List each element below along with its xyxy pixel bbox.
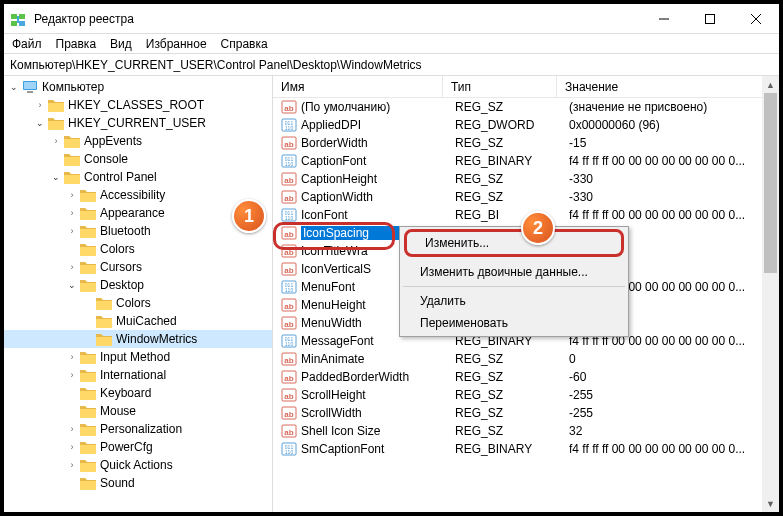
list-row[interactable]: abPaddedBorderWidthREG_SZ-60 xyxy=(273,368,779,386)
svg-rect-6 xyxy=(706,14,715,23)
minimize-button[interactable] xyxy=(641,4,687,33)
tree-item[interactable]: Console xyxy=(4,150,272,168)
tree-item[interactable]: ⌄Desktop xyxy=(4,276,272,294)
svg-text:ab: ab xyxy=(284,320,293,329)
svg-rect-1 xyxy=(19,14,25,19)
svg-text:ab: ab xyxy=(284,194,293,203)
tree-item[interactable]: ›PowerCfg xyxy=(4,438,272,456)
context-menu: Изменить... Изменить двоичные данные... … xyxy=(399,226,629,337)
svg-text:ab: ab xyxy=(284,230,293,239)
col-name[interactable]: Имя xyxy=(273,76,443,97)
list-row[interactable]: abCaptionWidthREG_SZ-330 xyxy=(273,188,779,206)
ctxmenu-modify-binary[interactable]: Изменить двоичные данные... xyxy=(402,261,626,283)
menu-file[interactable]: Файл xyxy=(12,37,42,51)
scroll-down-icon[interactable]: ▼ xyxy=(762,495,779,512)
list-row[interactable]: abBorderWidthREG_SZ-15 xyxy=(273,134,779,152)
tree-item[interactable]: ›Input Method xyxy=(4,348,272,366)
svg-text:ab: ab xyxy=(284,374,293,383)
tree-item[interactable]: ›AppEvents xyxy=(4,132,272,150)
svg-text:ab: ab xyxy=(284,140,293,149)
svg-rect-2 xyxy=(11,21,17,26)
close-button[interactable] xyxy=(733,4,779,33)
scroll-thumb[interactable] xyxy=(764,93,777,273)
svg-text:ab: ab xyxy=(284,104,293,113)
tree-item[interactable]: Colors xyxy=(4,240,272,258)
address-bar[interactable]: Компьютер\HKEY_CURRENT_USER\Control Pane… xyxy=(4,54,779,76)
svg-text:ab: ab xyxy=(284,356,293,365)
scroll-up-icon[interactable]: ▲ xyxy=(762,76,779,93)
menu-favorites[interactable]: Избранное xyxy=(146,37,207,51)
menu-edit[interactable]: Правка xyxy=(56,37,97,51)
svg-text:ab: ab xyxy=(284,248,293,257)
svg-text:ab: ab xyxy=(284,428,293,437)
tree-root[interactable]: ⌄Компьютер xyxy=(4,78,272,96)
svg-text:ab: ab xyxy=(284,302,293,311)
app-icon xyxy=(10,11,26,27)
tree-item[interactable]: ⌄HKEY_CURRENT_USER xyxy=(4,114,272,132)
svg-rect-11 xyxy=(27,91,33,93)
svg-rect-4 xyxy=(17,16,19,23)
list-row[interactable]: abScrollWidthREG_SZ-255 xyxy=(273,404,779,422)
svg-text:110: 110 xyxy=(285,215,294,221)
list-panel: Имя Тип Значение ab(По умолчанию)REG_SZ(… xyxy=(273,76,779,512)
tree-item[interactable]: Mouse xyxy=(4,402,272,420)
col-type[interactable]: Тип xyxy=(443,76,557,97)
callout-2: 2 xyxy=(521,211,555,245)
ctxmenu-delete[interactable]: Удалить xyxy=(402,290,626,312)
callout-1: 1 xyxy=(232,199,266,233)
svg-text:ab: ab xyxy=(284,410,293,419)
svg-text:110: 110 xyxy=(285,341,294,347)
maximize-button[interactable] xyxy=(687,4,733,33)
tree-item[interactable]: ›Accessibility xyxy=(4,186,272,204)
tree-item[interactable]: Colors xyxy=(4,294,272,312)
list-row[interactable]: 011110CaptionFontREG_BINARYf4 ff ff ff 0… xyxy=(273,152,779,170)
tree-item[interactable]: WindowMetrics xyxy=(4,330,272,348)
address-path: Компьютер\HKEY_CURRENT_USER\Control Pane… xyxy=(10,58,422,72)
tree-item[interactable]: ›Cursors xyxy=(4,258,272,276)
tree-item[interactable]: MuiCached xyxy=(4,312,272,330)
menu-bar: Файл Правка Вид Избранное Справка xyxy=(4,34,779,54)
list-row[interactable]: abShell Icon SizeREG_SZ32 xyxy=(273,422,779,440)
tree-item[interactable]: ›Personalization xyxy=(4,420,272,438)
tree-item[interactable]: ›HKEY_CLASSES_ROOT xyxy=(4,96,272,114)
tree-item[interactable]: ›Bluetooth xyxy=(4,222,272,240)
list-row[interactable]: abScrollHeightREG_SZ-255 xyxy=(273,386,779,404)
list-row[interactable]: abCaptionHeightREG_SZ-330 xyxy=(273,170,779,188)
tree-item[interactable]: Sound xyxy=(4,474,272,492)
svg-rect-0 xyxy=(11,14,17,19)
col-value[interactable]: Значение xyxy=(557,76,779,97)
title-bar: Редактор реестра xyxy=(4,4,779,34)
tree-panel[interactable]: ⌄Компьютер›HKEY_CLASSES_ROOT⌄HKEY_CURREN… xyxy=(4,76,273,512)
menu-view[interactable]: Вид xyxy=(110,37,132,51)
svg-text:110: 110 xyxy=(285,161,294,167)
tree-item[interactable]: ›International xyxy=(4,366,272,384)
ctxmenu-separator xyxy=(403,286,625,287)
list-row[interactable]: 011110SmCaptionFontREG_BINARYf4 ff ff ff… xyxy=(273,440,779,458)
tree-item[interactable]: Keyboard xyxy=(4,384,272,402)
svg-text:ab: ab xyxy=(284,392,293,401)
svg-text:ab: ab xyxy=(284,176,293,185)
svg-text:110: 110 xyxy=(285,449,294,455)
svg-text:ab: ab xyxy=(284,266,293,275)
menu-help[interactable]: Справка xyxy=(221,37,268,51)
tree-item[interactable]: ⌄Control Panel xyxy=(4,168,272,186)
list-scrollbar[interactable]: ▲ ▼ xyxy=(762,76,779,512)
list-header[interactable]: Имя Тип Значение xyxy=(273,76,779,98)
ctxmenu-modify[interactable]: Изменить... xyxy=(404,229,624,257)
svg-rect-3 xyxy=(19,21,25,26)
ctxmenu-rename[interactable]: Переименовать xyxy=(402,312,626,334)
svg-text:110: 110 xyxy=(285,287,294,293)
list-row[interactable]: abMinAnimateREG_SZ0 xyxy=(273,350,779,368)
list-row[interactable]: ab(По умолчанию)REG_SZ(значение не присв… xyxy=(273,98,779,116)
tree-item[interactable]: ›Quick Actions xyxy=(4,456,272,474)
registry-editor-window: Редактор реестра Файл Правка Вид Избранн… xyxy=(0,0,783,516)
svg-text:110: 110 xyxy=(285,125,294,131)
svg-rect-10 xyxy=(24,82,36,89)
list-row[interactable]: 011110AppliedDPIREG_DWORD0x00000060 (96) xyxy=(273,116,779,134)
window-title: Редактор реестра xyxy=(34,12,641,26)
